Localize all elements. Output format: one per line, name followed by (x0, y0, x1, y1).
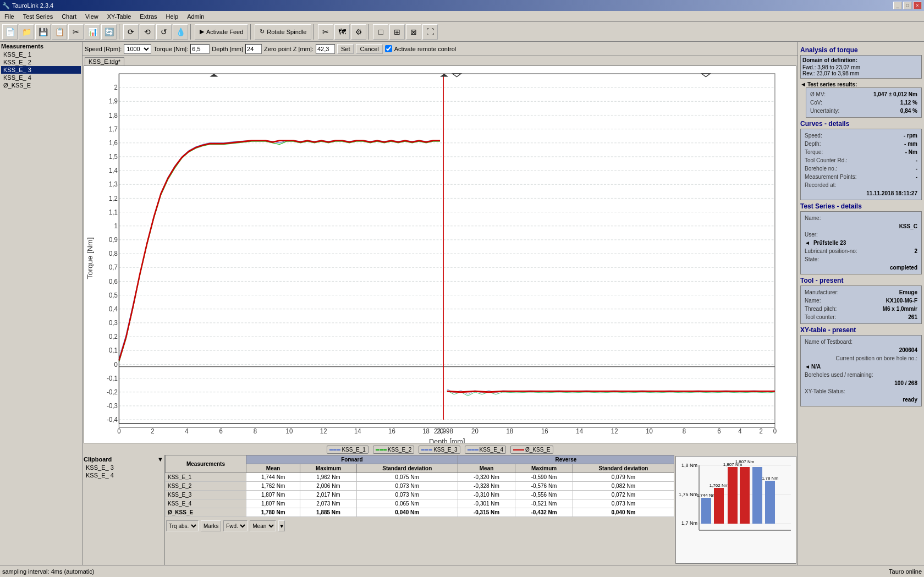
measurement-item-2[interactable]: KSS_E_ 2 (1, 58, 81, 66)
toolbar-btn-13[interactable]: 🗺 (334, 24, 350, 40)
svg-text:1,78 Nm: 1,78 Nm (762, 476, 779, 481)
menu-view[interactable]: View (83, 13, 101, 20)
zero-point-input[interactable] (316, 44, 335, 54)
test-series-section: Name: KSS_C User: ◄ Prüfstelle 23 Lubric… (800, 211, 922, 274)
menu-admin[interactable]: Admin (185, 13, 206, 20)
toolbar-btn-15[interactable]: □ (373, 24, 388, 40)
remote-control-label: Activate remote control (394, 46, 457, 52)
toolbar-btn-4[interactable]: 📋 (52, 24, 67, 40)
measurement-item-3[interactable]: KSS_E_ 3 (1, 66, 81, 74)
chart-ctrl-btn[interactable]: ▼ (278, 520, 285, 531)
open-button[interactable]: 📁 (19, 24, 34, 40)
menu-test-series[interactable]: Test Series (21, 13, 55, 20)
measurement-item-4[interactable]: KSS_E_ 4 (1, 74, 81, 81)
measurement-item-1[interactable]: KSS_E_ 1 (1, 51, 81, 58)
legend-item-2[interactable]: KSS_E_2 (373, 446, 414, 454)
fwd-select[interactable]: Fwd. (223, 520, 248, 531)
legend-item-5[interactable]: Ø_KSS_E (510, 446, 553, 454)
svg-text:-0,2: -0,2 (107, 388, 118, 396)
activate-feed-icon: ▶ (200, 28, 204, 35)
rotate-spindle-label: Rotate Spindle (267, 29, 306, 35)
curve-torque-label: Torque: (804, 149, 892, 156)
tool-counter-label: Tool counter: (804, 314, 860, 321)
new-button[interactable]: 📄 (2, 24, 18, 40)
svg-text:2: 2 (151, 427, 155, 436)
rotate-spindle-button[interactable]: ↻ Rotate Spindle (255, 24, 311, 40)
svg-text:1,7 Nm: 1,7 Nm (681, 520, 697, 526)
minimize-button[interactable]: _ (893, 2, 902, 9)
toolbar-btn-11[interactable]: 💧 (173, 24, 188, 40)
row-3-fwd-mean: 1,807 Nm (246, 491, 300, 499)
remote-control-checkbox[interactable] (385, 45, 392, 52)
speed-select[interactable]: 1000 (124, 44, 151, 54)
thread-pitch-label: Thread pitch: (804, 305, 860, 312)
svg-text:1,75 Nm: 1,75 Nm (679, 492, 697, 497)
toolbar: 📄 📁 💾 📋 ✂ 📊 🔄 ⟳ ⟲ ↺ 💧 ▶ Activate Feed ↻ … (0, 22, 924, 42)
menu-file[interactable]: File (2, 13, 16, 20)
marks-button[interactable]: Marks (201, 520, 221, 531)
svg-text:16: 16 (388, 427, 395, 436)
svg-text:0: 0 (773, 427, 777, 436)
table-area: Measurements Forward Reverse Mean Maximu… (165, 455, 674, 565)
row-4-fwd-mean: 1,807 Nm (246, 499, 300, 508)
mean-select[interactable]: Mean (250, 520, 276, 531)
toolbar-btn-18[interactable]: ⛶ (422, 24, 438, 40)
row-5-fwd-mean: 1,780 Nm (246, 508, 300, 517)
toolbar-btn-5[interactable]: ✂ (68, 24, 84, 40)
toolbar-btn-10[interactable]: ↺ (156, 24, 172, 40)
table-row-2[interactable]: KSS_E_2 1,762 Nm 2,006 Nm 0,073 Nm -0,32… (166, 482, 674, 491)
svg-text:0,2: 0,2 (109, 333, 118, 341)
cancel-button[interactable]: Cancel (356, 44, 382, 54)
toolbar-btn-7[interactable]: 🔄 (101, 24, 117, 40)
row-4-fwd-max: 2,073 Nm (300, 499, 356, 508)
right-panel: Analysis of torque Domain of definition:… (798, 42, 924, 565)
legend-item-4[interactable]: KSS_E_4 (465, 446, 506, 454)
toolbar-btn-12[interactable]: ✂ (318, 24, 333, 40)
clipboard-item-2[interactable]: KSS_E_ 4 (84, 471, 163, 479)
table-row-1[interactable]: KSS_E_1 1,744 Nm 1,962 Nm 0,075 Nm -0,32… (166, 473, 674, 482)
svg-text:10: 10 (286, 427, 293, 436)
trq-select[interactable]: Trq abs. (166, 520, 199, 531)
bottom-section: Clipboard ▼ KSS_E_ 3 KSS_E_ 4 Measuremen… (82, 455, 798, 565)
toolbar-btn-9[interactable]: ⟲ (140, 24, 155, 40)
menu-chart[interactable]: Chart (59, 13, 79, 20)
svg-text:0,8: 0,8 (109, 250, 118, 258)
svg-text:8: 8 (683, 427, 686, 436)
legend-item-1[interactable]: KSS_E_1 (327, 446, 368, 454)
testboard-value: 200604 (804, 347, 919, 354)
cov-label: CoV: (809, 99, 853, 106)
svg-text:0,9: 0,9 (109, 236, 118, 244)
clipboard-dropdown-icon[interactable]: ▼ (157, 456, 163, 463)
toolbar-btn-14[interactable]: ⚙ (351, 24, 366, 40)
xy-status-value: ready (804, 396, 919, 403)
torque-input[interactable] (190, 44, 210, 54)
toolbar-btn-17[interactable]: ⊠ (406, 24, 421, 40)
menu-help[interactable]: Help (164, 13, 181, 20)
depth-input[interactable] (245, 44, 262, 54)
center-area: Speed [Rpm]: 1000 Torque [Nm]: Depth [mm… (82, 42, 798, 565)
table-row-3[interactable]: KSS_E_3 1,807 Nm 2,017 Nm 0,073 Nm -0,31… (166, 491, 674, 499)
toolbar-btn-8[interactable]: ⟳ (123, 24, 139, 40)
menu-xy-table[interactable]: XY-Table (105, 13, 134, 20)
toolbar-btn-6[interactable]: 📊 (85, 24, 100, 40)
legend-item-3[interactable]: KSS_E_3 (419, 446, 460, 454)
svg-text:14: 14 (354, 427, 361, 436)
save-button[interactable]: 💾 (35, 24, 51, 40)
chart-tab[interactable]: KSS_E.tdg* (85, 57, 124, 65)
test-series-results-toggle[interactable]: ◄ Test series results: (800, 81, 922, 87)
toolbar-btn-16[interactable]: ⊞ (389, 24, 405, 40)
activate-feed-button[interactable]: ▶ Activate Feed (195, 24, 248, 40)
title-bar-buttons[interactable]: _ □ × (893, 2, 922, 9)
close-button[interactable]: × (913, 2, 922, 9)
recorded-value: 11.11.2018 18:11:27 (804, 190, 919, 197)
measurement-item-5[interactable]: Ø_KSS_E (1, 81, 81, 89)
table-row-4[interactable]: KSS_E_4 1,807 Nm 2,073 Nm 0,065 Nm -0,30… (166, 499, 674, 508)
maximize-button[interactable]: □ (903, 2, 912, 9)
col-fwd-std: Standard deviation (356, 464, 458, 473)
clipboard-item-1[interactable]: KSS_E_ 3 (84, 464, 163, 471)
set-button[interactable]: Set (337, 44, 354, 54)
menu-extras[interactable]: Extras (138, 13, 159, 20)
zero-point-label: Zero point Z [mm]: (264, 46, 314, 52)
svg-text:1,8 Nm: 1,8 Nm (681, 463, 697, 468)
table-row-5[interactable]: Ø_KSS_E 1,780 Nm 1,885 Nm 0,040 Nm -0,31… (166, 508, 674, 517)
